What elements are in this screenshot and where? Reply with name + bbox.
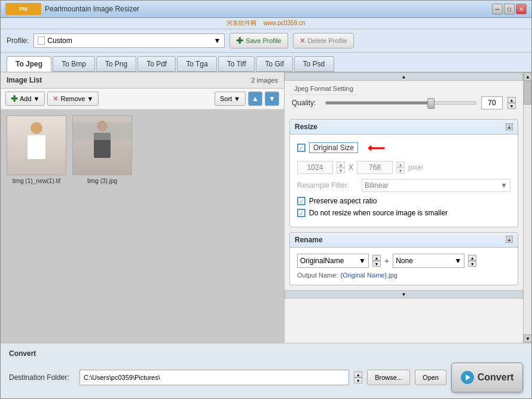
resize-body: Original Size ⟵ 1024 ▲ [290, 135, 518, 227]
move-up-button[interactable]: ▲ [248, 92, 262, 106]
save-profile-button[interactable]: ✚ Save Profile [230, 33, 288, 48]
resample-select: Bilinear ▼ [362, 179, 510, 192]
quality-decrement[interactable]: ▼ [507, 103, 516, 109]
preserve-aspect-checkbox[interactable] [297, 197, 305, 205]
quality-spinner: ▲ ▼ [507, 97, 516, 109]
tab-to-tiff[interactable]: To Tiff [218, 56, 255, 72]
sort-button[interactable]: Sort ▼ [215, 92, 246, 106]
tab-to-png[interactable]: To Png [96, 56, 136, 72]
watermark-site: 河东软件网 [227, 20, 256, 26]
convert-button[interactable]: Convert [451, 363, 523, 392]
convert-section: Convert Destination Folder: C:\Users\pc0… [1, 343, 531, 398]
rename-scroll-btn[interactable]: ▲ [506, 236, 513, 243]
convert-row: Destination Folder: C:\Users\pc0359\Pict… [9, 363, 523, 392]
quality-label: Quality: [292, 99, 320, 107]
add-plus-icon: ✚ [11, 94, 18, 103]
maximize-button[interactable]: □ [504, 4, 515, 14]
scrollbar-thumb[interactable] [524, 81, 531, 105]
no-resize-checkbox[interactable] [297, 209, 305, 217]
browse-button[interactable]: Browse... [367, 370, 410, 385]
image-list-header: Image List 2 images [1, 72, 284, 89]
slider-fill [326, 102, 431, 104]
scrollbar-down[interactable]: ▼ [524, 334, 531, 343]
tab-to-tga[interactable]: To Tga [177, 56, 216, 72]
dest-spin-down[interactable]: ▼ [354, 377, 362, 383]
delete-profile-label: Delete Profile [308, 37, 347, 44]
right-scrollbar: ▲ ▼ [523, 72, 531, 343]
profile-label: Profile: [7, 36, 29, 45]
open-button[interactable]: Open [415, 370, 447, 385]
tab-to-pdf[interactable]: To Pdf [137, 56, 176, 72]
profile-bar: Profile: Custom ▼ ✚ Save Profile ✕ Delet… [1, 29, 531, 53]
dest-path: C:\Users\pc0359\Pictures\ [84, 374, 160, 381]
width-increment: ▲ [337, 162, 345, 167]
rename-row: OriginalName ▼ ▲ ▼ + None [297, 254, 510, 268]
remove-arrow-icon: ▼ [87, 95, 93, 102]
rename-header: Rename ▲ [290, 233, 518, 248]
resize-header: Resize ▲ [290, 120, 518, 135]
quality-increment[interactable]: ▲ [507, 97, 516, 103]
resize-scroll-btn[interactable]: ▲ [506, 123, 513, 130]
suffix-spin-down[interactable]: ▼ [468, 261, 476, 267]
tab-to-jpeg[interactable]: To Jpeg [7, 56, 51, 72]
name-spin-down[interactable]: ▼ [372, 261, 381, 267]
dest-input[interactable]: C:\Users\pc0359\Pictures\ [80, 370, 349, 385]
suffix-select-arrow: ▼ [454, 257, 461, 265]
close-button[interactable]: ✕ [516, 4, 527, 14]
preserve-aspect-row: Preserve aspect ratio [297, 197, 510, 205]
name-option-select[interactable]: OriginalName ▼ [297, 254, 369, 268]
left-panel: Image List 2 images ✚ Add ▼ ✕ Remove ▼ S… [1, 72, 285, 343]
preserve-aspect-label: Preserve aspect ratio [309, 197, 377, 205]
quality-value: 70 [481, 96, 503, 109]
name-spin-up[interactable]: ▲ [372, 255, 381, 261]
profile-dropdown[interactable]: Custom ▼ [33, 33, 225, 48]
quality-row: Quality: 70 ▲ ▼ [289, 96, 518, 109]
right-with-scroll: ▲ Jpeg Format Setting Quality: [285, 72, 531, 343]
tab-to-gif[interactable]: To Gif [256, 56, 292, 72]
scroll-down-button[interactable]: ▼ [285, 290, 523, 299]
minimize-button[interactable]: ─ [492, 4, 503, 14]
no-resize-label: Do not resize when source image is small… [309, 209, 448, 217]
image-name-2: timg (3).jpg [87, 178, 117, 184]
original-size-checkbox[interactable] [297, 144, 305, 152]
delete-profile-button[interactable]: ✕ Delete Profile [293, 33, 354, 48]
resample-arrow: ▼ [500, 181, 507, 190]
add-label: Add [20, 95, 32, 102]
remove-label: Remove [60, 95, 85, 102]
red-arrow-icon: ⟵ [368, 141, 385, 155]
right-scroll-area: ▲ Jpeg Format Setting Quality: [285, 72, 523, 343]
suffix-option-select[interactable]: None ▼ [393, 254, 464, 268]
scrollbar-track [524, 81, 531, 334]
width-decrement: ▼ [337, 167, 345, 173]
slider-thumb[interactable] [427, 98, 435, 109]
rename-section: Rename ▲ OriginalName ▼ ▲ [289, 232, 518, 285]
name-select-arrow: ▼ [359, 257, 366, 265]
dest-spin-up[interactable]: ▲ [354, 371, 362, 377]
suffix-spin-up[interactable]: ▲ [468, 255, 476, 261]
remove-button[interactable]: ✕ Remove ▼ [47, 92, 99, 106]
window-title: Pearlmountain Image Resizer [45, 5, 139, 13]
tab-to-bmp[interactable]: To Bmp [53, 56, 95, 72]
size-x-separator: X [348, 163, 353, 172]
plus-icon: ✚ [236, 36, 243, 45]
height-input: 768 [357, 161, 393, 174]
add-arrow-icon: ▼ [33, 95, 40, 102]
output-name-value: {Original Name}.jpg [340, 272, 397, 279]
resize-section: Resize ▲ Original Size ⟵ [289, 119, 518, 227]
title-bar: PM Pearlmountain Image Resizer ─ □ ✕ [1, 1, 531, 18]
width-input: 1024 [297, 161, 333, 174]
move-down-button[interactable]: ▼ [265, 92, 279, 106]
image-toolbar: ✚ Add ▼ ✕ Remove ▼ Sort ▼ ▲ ▼ [1, 89, 284, 109]
list-item[interactable]: timg (1)_new(1).tif [7, 115, 66, 184]
scrollbar-up[interactable]: ▲ [524, 72, 531, 81]
image-name-1: timg (1)_new(1).tif [13, 178, 61, 184]
sort-arrow-icon: ▼ [234, 95, 240, 102]
save-profile-label: Save Profile [246, 37, 281, 44]
tab-to-psd[interactable]: To Psd [294, 56, 334, 72]
scroll-up-button[interactable]: ▲ [285, 72, 523, 81]
add-button[interactable]: ✚ Add ▼ [5, 92, 45, 106]
list-item[interactable]: timg (3).jpg [72, 115, 132, 184]
quality-slider[interactable] [325, 101, 476, 105]
resize-title: Resize [295, 123, 317, 131]
remove-x-icon: ✕ [53, 95, 59, 103]
